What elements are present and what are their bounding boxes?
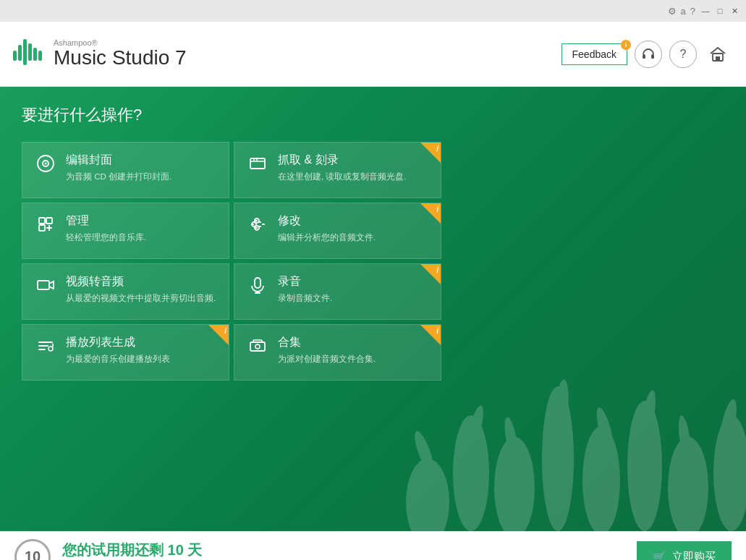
card-title-rip-burn: 抓取 & 刻录 [278,153,429,168]
info-badge-text: i [436,266,438,274]
gear-icon[interactable]: ⚙ [668,6,677,17]
trial-circle: 10 [14,539,51,561]
info-badge-text: i [436,205,438,213]
info-badge-text: i [436,145,438,153]
card-desc-manage: 轻松管理您的音乐库. [66,232,217,243]
card-icon-playlist [34,336,57,360]
card-icon-collection [246,336,269,360]
card-title-modify: 修改 [278,213,429,229]
svg-rect-29 [250,158,265,169]
info-badge-text: i [436,327,438,335]
svg-rect-33 [46,218,52,224]
logo-waveform [12,36,46,68]
feedback-badge: i [621,40,631,50]
card-title-playlist: 播放列表生成 [66,335,217,350]
page-title: 要进行什么操作? [22,104,724,126]
buy-icon: 🛒 [653,551,666,561]
app-title: Music Studio 7 [54,47,187,69]
svg-point-42 [255,344,260,349]
logo-icon [12,39,46,68]
logo-section: Ashampoo® Music Studio 7 [12,38,187,69]
trial-text: 您的试用期还剩 10 天 [62,540,202,560]
card-title-edit-cover: 编辑封面 [66,153,217,168]
card-icon-manage [34,215,57,238]
svg-rect-2 [23,39,27,65]
card-modify[interactable]: i 修改 编辑并分析您的音频文件. [234,203,441,259]
svg-rect-0 [13,51,17,61]
svg-point-40 [48,347,53,351]
svg-rect-34 [39,225,45,231]
buy-button[interactable]: 🛒 立即购买 [637,541,732,560]
window-controls: — □ ✕ [700,5,740,17]
headphones-button[interactable] [635,41,662,68]
card-icon-modify [246,215,269,238]
help-icon[interactable]: ? [690,6,695,17]
card-desc-edit-cover: 为音频 CD 创建并打印封面. [66,171,217,182]
card-icon-edit-cover [34,154,57,177]
svg-rect-38 [38,281,49,289]
info-badge-text: i [224,327,226,335]
headphones-icon [641,47,656,61]
header: Ashampoo® Music Studio 7 Feedback i ? [0,22,746,87]
svg-rect-41 [250,342,265,351]
card-record[interactable]: i 录音 录制音频文件. [234,263,441,320]
svg-rect-6 [643,54,645,59]
buy-label: 立即购买 [672,550,716,560]
card-title-collection: 合集 [278,335,429,350]
titlebar: ⚙ a ? — □ ✕ [0,0,746,22]
minimize-button[interactable]: — [700,5,711,17]
svg-rect-3 [28,43,32,61]
card-desc-playlist: 为最爱的音乐创建播放列表 [66,353,217,365]
card-icon-record [246,276,269,299]
footer: 10 您的试用期还剩 10 天 如果您喜欢这个程序, 请在此购买! 🛒 立即购买 [0,531,746,560]
svg-rect-1 [18,45,22,61]
card-title-video-to-audio: 视频转音频 [66,274,217,289]
feedback-button[interactable]: Feedback i [561,43,627,65]
card-edit-cover[interactable]: 编辑封面 为音频 CD 创建并打印封面. [22,142,229,198]
card-desc-rip-burn: 在这里创建, 读取或复制音频光盘. [278,171,429,182]
maximize-button[interactable]: □ [714,5,726,17]
home-button[interactable] [704,41,732,68]
card-desc-record: 录制音频文件. [278,292,429,304]
svg-rect-32 [39,218,45,224]
footer-left: 10 您的试用期还剩 10 天 如果您喜欢这个程序, 请在此购买! [14,539,202,561]
card-manage[interactable]: 管理 轻松管理您的音乐库. [22,203,229,259]
card-desc-video-to-audio: 从最爱的视频文件中提取并剪切出音频. [66,292,217,304]
home-icon [709,46,726,62]
svg-point-28 [45,163,47,165]
svg-rect-4 [33,48,37,61]
user-icon[interactable]: a [681,6,686,17]
card-rip-burn[interactable]: i 抓取 & 刻录 在这里创建, 读取或复制音频光盘. [234,142,441,198]
card-video-to-audio[interactable]: 视频转音频 从最爱的视频文件中提取并剪切出音频. [22,263,229,320]
header-right: Feedback i ? [561,41,732,68]
card-collection[interactable]: i 合集 为派对创建音频文件合集. [234,324,441,381]
main-content: 要进行什么操作? 编辑封面 为音频 CD 创建并打印封面. i 抓取 & 刻录 … [0,87,746,531]
svg-rect-39 [255,278,260,288]
svg-rect-9 [716,56,720,61]
card-title-record: 录音 [278,274,429,289]
logo-text: Ashampoo® Music Studio 7 [54,38,187,69]
svg-rect-7 [651,54,654,59]
card-desc-collection: 为派对创建音频文件合集. [278,353,429,365]
svg-point-14 [582,426,620,531]
question-button[interactable]: ? [669,41,697,68]
svg-rect-5 [38,51,42,61]
card-title-manage: 管理 [66,213,217,229]
footer-text: 您的试用期还剩 10 天 如果您喜欢这个程序, 请在此购买! [62,540,202,561]
card-icon-rip-burn [246,154,269,177]
svg-point-30 [253,159,255,161]
card-playlist[interactable]: i 播放列表生成 为最爱的音乐创建播放列表 [22,324,229,381]
cards-grid: 编辑封面 为音频 CD 创建并打印封面. i 抓取 & 刻录 在这里创建, 读取… [22,142,441,381]
question-icon: ? [680,48,687,61]
close-button[interactable]: ✕ [729,5,740,17]
card-icon-video-to-audio [34,276,57,299]
card-desc-modify: 编辑并分析您的音频文件. [278,232,429,243]
svg-point-31 [256,159,258,161]
